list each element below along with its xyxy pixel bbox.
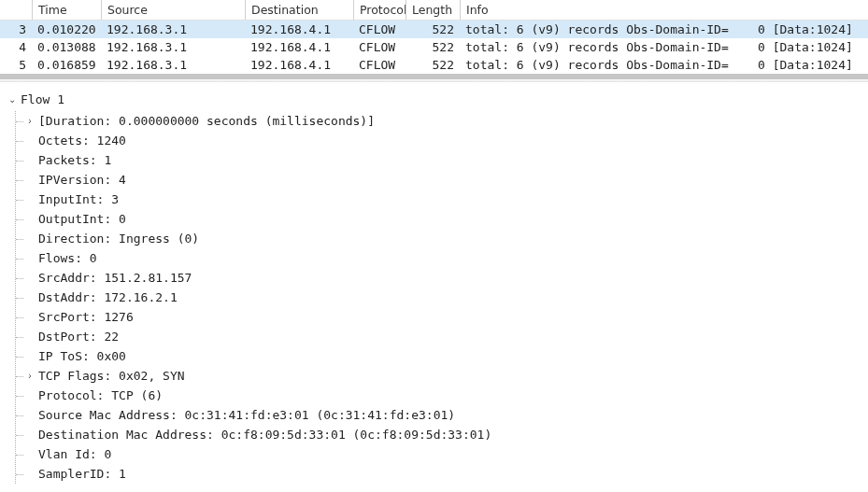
tree-spacer bbox=[23, 190, 36, 209]
cell-destination: 192.168.4.1 bbox=[245, 39, 353, 55]
column-header-time[interactable]: Time bbox=[32, 0, 101, 20]
tree-item[interactable]: SamplerID: 1 bbox=[23, 464, 862, 484]
tree-item-label: Octets: 1240 bbox=[38, 131, 126, 150]
cell-length: 522 bbox=[406, 39, 460, 55]
expand-icon[interactable]: › bbox=[23, 366, 36, 386]
tree-spacer bbox=[23, 229, 36, 248]
tree-item-label: Vlan Id: 0 bbox=[38, 444, 111, 464]
tree-item-label: SrcAddr: 151.2.81.157 bbox=[38, 268, 192, 288]
tree-spacer bbox=[23, 209, 36, 229]
tree-item[interactable]: IP ToS: 0x00 bbox=[23, 346, 862, 366]
cell-protocol: CFLOW bbox=[353, 21, 406, 37]
tree-item[interactable]: Protocol: TCP (6) bbox=[23, 386, 862, 405]
tree-item[interactable]: SrcAddr: 151.2.81.157 bbox=[23, 268, 862, 288]
tree-item-label: Packets: 1 bbox=[38, 150, 111, 170]
tree-spacer bbox=[23, 346, 36, 366]
tree-item[interactable]: InputInt: 3 bbox=[23, 190, 862, 209]
column-header-protocol[interactable]: Protocol bbox=[353, 0, 406, 20]
tree-item[interactable]: Direction: Ingress (0) bbox=[23, 229, 862, 248]
cell-destination: 192.168.4.1 bbox=[245, 57, 353, 73]
tree-item[interactable]: DstPort: 22 bbox=[23, 327, 862, 346]
tree-item-label: SamplerID: 1 bbox=[38, 464, 126, 484]
cell-length: 522 bbox=[406, 57, 460, 73]
tree-spacer bbox=[23, 444, 36, 464]
tree-root-row[interactable]: ⌄ Flow 1 bbox=[6, 90, 862, 109]
cell-no: 4 bbox=[0, 39, 32, 55]
tree-item-label: Direction: Ingress (0) bbox=[38, 229, 199, 248]
cell-protocol: CFLOW bbox=[353, 57, 406, 73]
cell-time: 0.010220 bbox=[32, 21, 101, 37]
tree-item[interactable]: Destination Mac Address: 0c:f8:09:5d:33:… bbox=[23, 425, 862, 444]
cell-info: total: 6 (v9) records Obs-Domain-ID= 0 [… bbox=[460, 39, 868, 55]
expand-icon[interactable]: › bbox=[23, 111, 36, 131]
tree-children: ›[Duration: 0.000000000 seconds (millise… bbox=[15, 111, 862, 484]
tree-item-label: Flows: 0 bbox=[38, 248, 97, 268]
tree-item[interactable]: ›TCP Flags: 0x02, SYN bbox=[23, 366, 862, 386]
cell-time: 0.016859 bbox=[32, 57, 101, 73]
tree-spacer bbox=[23, 307, 36, 327]
column-header-length[interactable]: Length bbox=[406, 0, 460, 20]
tree-item[interactable]: Packets: 1 bbox=[23, 150, 862, 170]
tree-item-label: InputInt: 3 bbox=[38, 190, 119, 209]
tree-item-label: DstAddr: 172.16.2.1 bbox=[38, 288, 178, 307]
tree-item[interactable]: IPVersion: 4 bbox=[23, 170, 862, 190]
packet-row[interactable]: 30.010220192.168.3.1192.168.4.1CFLOW522t… bbox=[0, 21, 868, 38]
cell-no: 5 bbox=[0, 57, 32, 73]
tree-item[interactable]: SrcPort: 1276 bbox=[23, 307, 862, 327]
tree-item-label: Protocol: TCP (6) bbox=[38, 386, 163, 405]
tree-spacer bbox=[23, 425, 36, 444]
tree-spacer bbox=[23, 268, 36, 288]
cell-time: 0.013088 bbox=[32, 39, 101, 55]
tree-item[interactable]: DstAddr: 172.16.2.1 bbox=[23, 288, 862, 307]
collapse-icon[interactable]: ⌄ bbox=[6, 90, 19, 109]
tree-spacer bbox=[23, 170, 36, 190]
tree-root-label: Flow 1 bbox=[21, 90, 64, 109]
tree-item-label: Source Mac Address: 0c:31:41:fd:e3:01 (0… bbox=[38, 405, 455, 425]
tree-item[interactable]: OutputInt: 0 bbox=[23, 209, 862, 229]
tree-item[interactable]: ›[Duration: 0.000000000 seconds (millise… bbox=[23, 111, 862, 131]
cell-source: 192.168.3.1 bbox=[101, 39, 245, 55]
packet-row[interactable]: 50.016859192.168.3.1192.168.4.1CFLOW522t… bbox=[0, 56, 868, 74]
packet-list-body: 30.010220192.168.3.1192.168.4.1CFLOW522t… bbox=[0, 21, 868, 74]
column-header-source[interactable]: Source bbox=[101, 0, 245, 20]
column-header-no[interactable] bbox=[0, 0, 32, 20]
cell-info: total: 6 (v9) records Obs-Domain-ID= 0 [… bbox=[460, 57, 868, 73]
tree-item[interactable]: Vlan Id: 0 bbox=[23, 444, 862, 464]
cell-length: 522 bbox=[406, 21, 460, 37]
tree-item-label: [Duration: 0.000000000 seconds (millisec… bbox=[38, 111, 375, 131]
tree-item-label: Destination Mac Address: 0c:f8:09:5d:33:… bbox=[38, 425, 491, 444]
cell-destination: 192.168.4.1 bbox=[245, 21, 353, 37]
packet-row[interactable]: 40.013088192.168.3.1192.168.4.1CFLOW522t… bbox=[0, 38, 868, 56]
tree-spacer bbox=[23, 131, 36, 150]
column-header-destination[interactable]: Destination bbox=[245, 0, 353, 20]
tree-spacer bbox=[23, 386, 36, 405]
packet-list-header: Time Source Destination Protocol Length … bbox=[0, 0, 868, 21]
cell-info: total: 6 (v9) records Obs-Domain-ID= 0 [… bbox=[460, 21, 868, 37]
tree-item-label: IPVersion: 4 bbox=[38, 170, 126, 190]
tree-spacer bbox=[23, 288, 36, 307]
tree-spacer bbox=[23, 150, 36, 170]
packet-detail-pane: ⌄ Flow 1 ›[Duration: 0.000000000 seconds… bbox=[0, 82, 868, 485]
tree-item-label: SrcPort: 1276 bbox=[38, 307, 134, 327]
packet-list-pane: Time Source Destination Protocol Length … bbox=[0, 0, 868, 79]
cell-source: 192.168.3.1 bbox=[101, 57, 245, 73]
tree-item-label: TCP Flags: 0x02, SYN bbox=[38, 366, 185, 386]
cell-no: 3 bbox=[0, 21, 32, 37]
cell-protocol: CFLOW bbox=[353, 39, 406, 55]
tree-item[interactable]: Source Mac Address: 0c:31:41:fd:e3:01 (0… bbox=[23, 405, 862, 425]
tree-item[interactable]: Flows: 0 bbox=[23, 248, 862, 268]
tree-spacer bbox=[23, 405, 36, 425]
cell-source: 192.168.3.1 bbox=[101, 21, 245, 37]
column-header-info[interactable]: Info bbox=[460, 0, 868, 20]
tree-item[interactable]: Octets: 1240 bbox=[23, 131, 862, 150]
tree-spacer bbox=[23, 248, 36, 268]
tree-item-label: IP ToS: 0x00 bbox=[38, 346, 126, 366]
tree-spacer bbox=[23, 464, 36, 484]
tree-item-label: OutputInt: 0 bbox=[38, 209, 126, 229]
tree-spacer bbox=[23, 327, 36, 346]
tree-item-label: DstPort: 22 bbox=[38, 327, 119, 346]
